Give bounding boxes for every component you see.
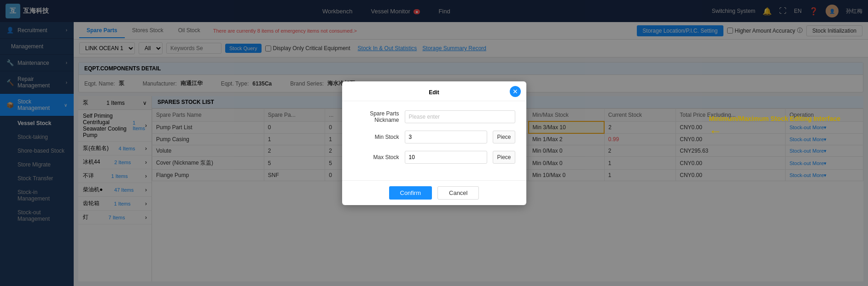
max-stock-label: Max Stock bbox=[353, 154, 399, 160]
cancel-btn[interactable]: Cancel bbox=[437, 186, 479, 200]
modal-footer: Confirm Cancel bbox=[342, 180, 526, 205]
modal-title: Edit bbox=[429, 89, 439, 96]
min-stock-label: Min Stock bbox=[353, 134, 399, 140]
confirm-btn[interactable]: Confirm bbox=[389, 186, 432, 200]
min-stock-row: Min Stock Piece bbox=[353, 131, 515, 143]
max-stock-row: Max Stock Piece bbox=[353, 151, 515, 164]
modal-body: Spare Parts Nickname Min Stock Piece Max… bbox=[342, 101, 526, 180]
max-unit-label: Piece bbox=[493, 151, 515, 164]
spare-parts-nickname-input[interactable] bbox=[405, 110, 515, 123]
spare-parts-nickname-label: Spare Parts Nickname bbox=[353, 110, 399, 123]
spare-parts-nickname-row: Spare Parts Nickname bbox=[353, 110, 515, 123]
modal-overlay: Edit ✕ Spare Parts Nickname Min Stock Pi… bbox=[0, 0, 868, 286]
min-unit-label: Piece bbox=[493, 131, 515, 143]
min-stock-input[interactable] bbox=[405, 131, 488, 143]
modal-close-btn[interactable]: ✕ bbox=[510, 86, 521, 97]
modal-header: Edit ✕ bbox=[342, 81, 526, 101]
edit-modal: Edit ✕ Spare Parts Nickname Min Stock Pi… bbox=[342, 81, 526, 205]
max-stock-input[interactable] bbox=[405, 151, 488, 164]
